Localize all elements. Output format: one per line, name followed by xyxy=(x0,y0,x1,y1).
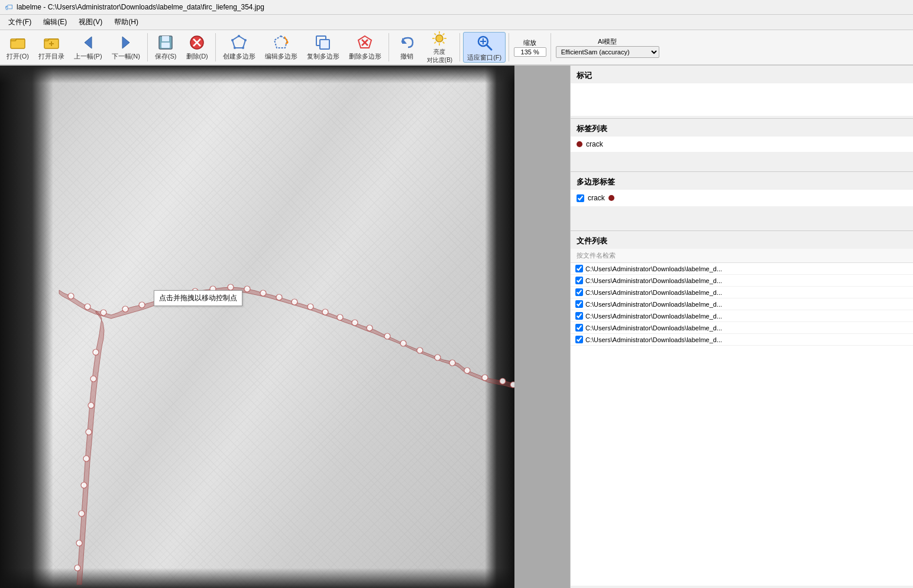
delete-button[interactable]: 删除(D) xyxy=(182,32,212,63)
create-polygon-button[interactable]: 创建多边形 xyxy=(219,32,260,63)
copy-polygon-button[interactable]: 复制多边形 xyxy=(303,32,344,63)
zoom-label: 缩放 xyxy=(523,38,536,47)
svg-rect-8 xyxy=(161,43,170,48)
label-list-item[interactable]: crack xyxy=(571,139,913,150)
label-list-item-text: crack xyxy=(586,140,603,148)
next-button[interactable]: 下一幅(N) xyxy=(108,32,144,63)
tooltip-text: 点击并拖拽以移动控制点 xyxy=(159,294,237,302)
delete-label: 删除(D) xyxy=(186,52,208,61)
file-checkbox-6[interactable] xyxy=(575,324,583,332)
delete-polygon-label: 删除多边形 xyxy=(349,52,381,61)
svg-rect-7 xyxy=(162,36,169,41)
polygon-tag-label: crack xyxy=(588,194,605,202)
file-list-item[interactable]: C:\Users\Administrator\Downloads\labelme… xyxy=(571,298,913,310)
file-list-title: 文件列表 xyxy=(571,233,913,249)
svg-point-27 xyxy=(436,35,443,42)
copy-polygon-label: 复制多边形 xyxy=(307,52,339,61)
file-path-6: C:\Users\Administrator\Downloads\labelme… xyxy=(585,324,722,332)
open-label: 打开(O) xyxy=(7,52,29,61)
polygon-tag-checkbox[interactable] xyxy=(577,194,584,202)
svg-marker-4 xyxy=(85,37,92,48)
label-dot xyxy=(577,141,582,147)
next-icon xyxy=(116,34,135,51)
ai-model-select[interactable]: EfficientSam (accuracy) EfficientSam (sp… xyxy=(556,46,659,58)
file-list-item[interactable]: C:\Users\Administrator\Downloads\labelme… xyxy=(571,263,913,275)
delete-icon xyxy=(187,34,206,51)
create-polygon-label: 创建多边形 xyxy=(223,52,255,61)
tooltip: 点击并拖拽以移动控制点 xyxy=(154,290,242,306)
next-label: 下一幅(N) xyxy=(112,52,140,61)
label-list-section: 标签列表 crack xyxy=(571,119,913,172)
toolbar-sep-3 xyxy=(388,33,389,61)
create-polygon-icon xyxy=(229,34,248,51)
image-canvas: 点击并拖拽以移动控制点 xyxy=(0,66,514,588)
svg-point-16 xyxy=(234,47,236,49)
save-icon xyxy=(156,34,175,51)
svg-point-15 xyxy=(242,47,244,49)
toolbar: 打开(O) 打开目录 上一幅(P) 下一幅(N) 保存(S) 删除(D) xyxy=(0,30,913,66)
file-list-section: 文件列表 按文件名检索 C:\Users\Administrator\Downl… xyxy=(571,231,913,588)
file-path-7: C:\Users\Administrator\Downloads\labelme… xyxy=(585,336,722,343)
save-button[interactable]: 保存(S) xyxy=(151,32,181,63)
file-search-placeholder: 按文件名检索 xyxy=(577,252,616,259)
undo-button[interactable]: 撤销 xyxy=(392,32,422,63)
file-list-item[interactable]: C:\Users\Administrator\Downloads\labelme… xyxy=(571,275,913,287)
menu-help[interactable]: 帮助(H) xyxy=(108,16,144,28)
undo-icon xyxy=(397,34,416,51)
fit-window-button[interactable]: 适应窗口(F) xyxy=(463,32,506,63)
file-list-item[interactable]: C:\Users\Administrator\Downloads\labelme… xyxy=(571,334,913,346)
toolbar-sep-5 xyxy=(509,33,509,61)
image-surface xyxy=(0,66,514,588)
edit-polygon-icon xyxy=(271,34,290,51)
file-list-item[interactable]: C:\Users\Administrator\Downloads\labelme… xyxy=(571,310,913,322)
file-list-item[interactable]: C:\Users\Administrator\Downloads\labelme… xyxy=(571,322,913,334)
brightness-label: 亮度 对比度(B) xyxy=(427,48,452,64)
open-dir-label: 打开目录 xyxy=(38,52,64,61)
open-button[interactable]: 打开(O) xyxy=(2,32,33,63)
menu-file[interactable]: 文件(F) xyxy=(2,16,37,28)
delete-polygon-button[interactable]: 删除多边形 xyxy=(345,32,386,63)
delete-polygon-icon xyxy=(355,34,374,51)
edit-polygon-button[interactable]: 编辑多边形 xyxy=(261,32,302,63)
toolbar-sep-6 xyxy=(551,33,551,61)
svg-rect-22 xyxy=(320,40,329,49)
file-checkbox-3[interactable] xyxy=(575,288,583,296)
fit-window-label: 适应窗口(F) xyxy=(467,53,501,62)
menu-edit[interactable]: 编辑(E) xyxy=(37,16,73,28)
file-list: C:\Users\Administrator\Downloads\labelme… xyxy=(571,263,913,586)
ai-model-area: AI模型 EfficientSam (accuracy) EfficientSa… xyxy=(554,37,661,58)
polygon-tags-title: 多边形标签 xyxy=(571,174,913,190)
file-path-3: C:\Users\Administrator\Downloads\labelme… xyxy=(585,289,722,296)
open-dir-icon xyxy=(42,34,61,51)
menu-view[interactable]: 视图(V) xyxy=(73,16,108,28)
ai-model-label: AI模型 xyxy=(598,37,617,46)
file-path-4: C:\Users\Administrator\Downloads\labelme… xyxy=(585,301,722,308)
svg-point-13 xyxy=(238,35,240,37)
zoom-input[interactable] xyxy=(514,47,546,57)
file-path-2: C:\Users\Administrator\Downloads\labelme… xyxy=(585,277,722,284)
menu-bar: 文件(F) 编辑(E) 视图(V) 帮助(H) xyxy=(0,15,913,30)
canvas-area[interactable]: 点击并拖拽以移动控制点 xyxy=(0,66,570,588)
toolbar-sep-2 xyxy=(215,33,216,61)
file-path-5: C:\Users\Administrator\Downloads\labelme… xyxy=(585,313,722,320)
brightness-button[interactable]: 亮度 对比度(B) xyxy=(423,32,456,63)
svg-line-33 xyxy=(443,42,445,44)
file-checkbox-2[interactable] xyxy=(575,277,583,284)
svg-marker-12 xyxy=(232,36,245,48)
mark-section-title: 标记 xyxy=(571,68,913,83)
file-checkbox-7[interactable] xyxy=(575,336,583,343)
file-list-item[interactable]: C:\Users\Administrator\Downloads\labelme… xyxy=(571,287,913,298)
svg-line-34 xyxy=(443,34,445,35)
black-right-edge xyxy=(485,66,514,588)
prev-button[interactable]: 上一幅(P) xyxy=(70,32,106,63)
open-dir-button[interactable]: 打开目录 xyxy=(34,32,69,63)
file-checkbox-4[interactable] xyxy=(575,300,583,308)
svg-point-14 xyxy=(244,39,247,41)
title-text: labelme - C:\Users\Administrator\Downloa… xyxy=(17,3,264,11)
file-checkbox-5[interactable] xyxy=(575,312,583,320)
main-area: 点击并拖拽以移动控制点 标记 标签列表 crack 多边形标签 xyxy=(0,66,913,588)
file-checkbox-1[interactable] xyxy=(575,265,583,272)
undo-label: 撤销 xyxy=(400,52,413,61)
file-search-bar: 按文件名检索 xyxy=(571,249,913,263)
toolbar-sep-4 xyxy=(459,33,460,61)
